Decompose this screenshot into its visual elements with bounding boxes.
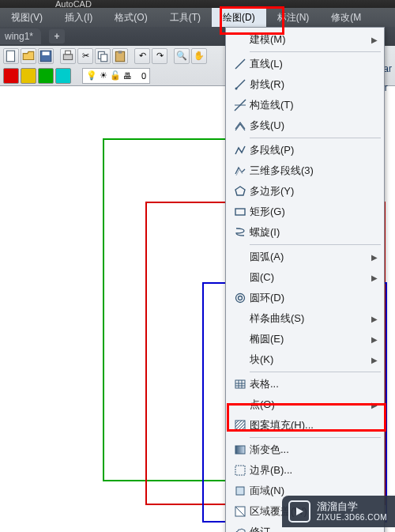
dd-boundary[interactable]: 边界(B)... bbox=[226, 460, 384, 481]
color-red-swatch[interactable] bbox=[3, 68, 19, 84]
tb-zoom-icon[interactable]: 🔍 bbox=[174, 48, 190, 64]
dd-ray[interactable]: 射线(R) bbox=[226, 74, 384, 95]
dd-point[interactable]: 点(O) ▶ bbox=[226, 394, 384, 415]
svg-line-9 bbox=[235, 59, 245, 69]
new-tab-button[interactable]: + bbox=[49, 29, 65, 43]
submenu-arrow-icon: ▶ bbox=[371, 356, 379, 364]
sun-icon: ☀ bbox=[100, 70, 107, 81]
dd-hatch[interactable]: 图案填充(H)... bbox=[226, 415, 384, 436]
svg-rect-2 bbox=[43, 51, 50, 55]
dd-helix[interactable]: 螺旋(I) bbox=[226, 222, 384, 243]
play-icon bbox=[288, 500, 310, 523]
submenu-arrow-icon: ▶ bbox=[371, 401, 379, 409]
dd-polyline[interactable]: 多段线(P) bbox=[226, 140, 384, 160]
svg-rect-3 bbox=[63, 54, 72, 59]
svg-marker-34 bbox=[296, 507, 303, 515]
print-layer-icon: 🖶 bbox=[123, 71, 132, 81]
3dpoly-icon bbox=[231, 164, 250, 177]
dd-spline[interactable]: 样条曲线(S) ▶ bbox=[226, 308, 384, 329]
tb-cut-icon[interactable]: ✂ bbox=[77, 48, 93, 64]
menu-separator bbox=[250, 51, 381, 52]
dd-line[interactable]: 直线(L) bbox=[226, 54, 384, 74]
dd-polygon[interactable]: 多边形(Y) bbox=[226, 181, 384, 202]
layer-dropdown[interactable]: 💡 ☀ 🔓 🖶 0 bbox=[82, 68, 150, 84]
svg-rect-18 bbox=[235, 380, 245, 388]
tb-pan-icon[interactable]: ✋ bbox=[191, 48, 207, 64]
dd-circle[interactable]: 圆(C) ▶ bbox=[226, 267, 384, 288]
submenu-arrow-icon: ▶ bbox=[371, 253, 379, 262]
svg-line-10 bbox=[236, 80, 245, 89]
dd-table[interactable]: 表格... bbox=[226, 374, 384, 394]
tb-open-icon[interactable] bbox=[21, 48, 36, 64]
dd-xline[interactable]: 构造线(T) bbox=[226, 95, 384, 115]
dd-modeling[interactable]: 建模(M) ▶ bbox=[226, 29, 384, 50]
donut-icon bbox=[231, 292, 250, 304]
color-cyan-swatch[interactable] bbox=[55, 68, 71, 84]
ray-icon bbox=[231, 78, 250, 91]
menu-modify[interactable]: 修改(M bbox=[320, 8, 372, 27]
menu-format[interactable]: 格式(O) bbox=[103, 8, 158, 27]
menu-draw[interactable]: 绘图(D) bbox=[212, 8, 266, 27]
draw-menu-dropdown: 建模(M) ▶ 直线(L) 射线(R) 构造线(T) 多线(U) 多段线(P) … bbox=[225, 27, 385, 532]
lock-icon: 🔓 bbox=[110, 70, 121, 81]
region-icon bbox=[231, 485, 250, 497]
rectangle-icon bbox=[231, 206, 250, 218]
boundary-icon bbox=[231, 464, 250, 477]
bulb-icon: 💡 bbox=[86, 70, 97, 81]
helix-icon bbox=[231, 226, 250, 239]
tb-new-icon[interactable] bbox=[3, 48, 19, 64]
document-tab[interactable]: wing1* bbox=[0, 28, 41, 44]
svg-rect-31 bbox=[236, 487, 244, 495]
tb-copy-icon[interactable] bbox=[95, 48, 111, 64]
menu-view[interactable]: 视图(V) bbox=[0, 8, 54, 27]
wipeout-icon bbox=[231, 505, 250, 518]
svg-rect-29 bbox=[235, 446, 245, 454]
menu-separator bbox=[250, 244, 381, 245]
layer-name: 0 bbox=[141, 71, 146, 81]
title-bar: AutoCAD bbox=[0, 0, 395, 8]
dd-mline[interactable]: 多线(U) bbox=[226, 115, 384, 136]
polygon-icon bbox=[231, 185, 250, 198]
svg-line-24 bbox=[235, 421, 239, 424]
svg-marker-14 bbox=[235, 187, 245, 195]
menu-bar: 视图(V) 插入(I) 格式(O) 工具(T) 绘图(D) 标注(N) 修改(M bbox=[0, 8, 395, 27]
polyline-icon bbox=[231, 144, 250, 157]
svg-rect-0 bbox=[6, 51, 14, 62]
svg-point-16 bbox=[236, 294, 245, 303]
tb-print-icon[interactable] bbox=[60, 48, 76, 64]
dd-gradient[interactable]: 渐变色... bbox=[226, 440, 384, 460]
svg-line-25 bbox=[235, 421, 242, 427]
menu-separator bbox=[250, 437, 381, 438]
menu-dimension[interactable]: 标注(N) bbox=[266, 8, 321, 27]
hatch-icon bbox=[231, 419, 250, 432]
svg-rect-15 bbox=[235, 209, 245, 215]
dd-block[interactable]: 块(K) ▶ bbox=[226, 349, 384, 370]
tb-redo-icon[interactable]: ↷ bbox=[152, 48, 167, 64]
menu-tools[interactable]: 工具(T) bbox=[159, 8, 212, 27]
svg-point-11 bbox=[235, 88, 238, 90]
watermark: 溜溜自学 ZIXUE.3D66.COM bbox=[282, 496, 395, 527]
svg-rect-4 bbox=[66, 51, 71, 55]
dd-rectangle[interactable]: 矩形(G) bbox=[226, 202, 384, 222]
color-green-swatch[interactable] bbox=[38, 68, 54, 84]
line-icon bbox=[231, 58, 250, 70]
submenu-arrow-icon: ▶ bbox=[371, 36, 379, 44]
dd-3dpoly[interactable]: 三维多段线(3) bbox=[226, 160, 384, 181]
menu-insert[interactable]: 插入(I) bbox=[54, 8, 103, 27]
submenu-arrow-icon: ▶ bbox=[371, 274, 379, 282]
watermark-url: ZIXUE.3D66.COM bbox=[317, 513, 387, 522]
dd-ellipse[interactable]: 椭圆(E) ▶ bbox=[226, 329, 384, 349]
svg-rect-8 bbox=[118, 51, 122, 53]
submenu-arrow-icon: ▶ bbox=[371, 315, 379, 323]
tb-undo-icon[interactable]: ↶ bbox=[134, 48, 150, 64]
svg-line-27 bbox=[239, 424, 245, 430]
tb-paste-icon[interactable] bbox=[112, 48, 128, 64]
mline-icon bbox=[231, 119, 250, 132]
color-yellow-swatch[interactable] bbox=[21, 68, 36, 84]
tb-save-icon[interactable] bbox=[38, 48, 54, 64]
revcloud-icon bbox=[231, 526, 250, 532]
watermark-brand: 溜溜自学 bbox=[317, 501, 387, 512]
dd-arc[interactable]: 圆弧(A) ▶ bbox=[226, 247, 384, 267]
dd-donut[interactable]: 圆环(D) bbox=[226, 288, 384, 308]
submenu-arrow-icon: ▶ bbox=[371, 335, 379, 344]
